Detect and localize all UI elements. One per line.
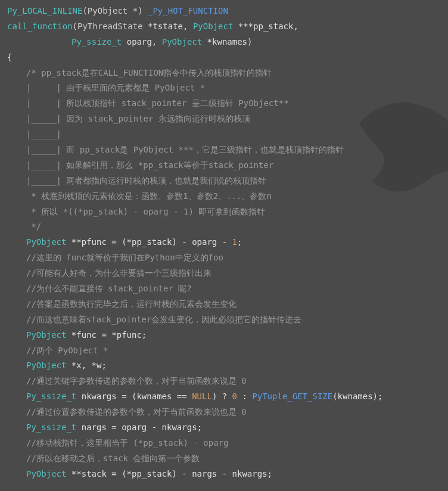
token-type: Py_ssize_t [71, 37, 127, 46]
token-type: PyObject [26, 361, 71, 370]
token: ***pp_stack, [238, 21, 298, 31]
token: (PyThreadState [73, 21, 148, 31]
token: *tstate, [148, 21, 193, 31]
token-hot: _Py_HOT_FUNCTION [148, 6, 228, 15]
comment-line: */ [7, 219, 441, 235]
comment-line: |_____| 两者都指向运行时栈的栈顶，也就是我们说的栈顶指针 [7, 173, 441, 189]
token: *func = *pfunc; [71, 330, 147, 340]
token: oparg, [127, 37, 162, 46]
token-macro: Py_LOCAL_INLINE [7, 6, 82, 15]
comment-line: |_____| [7, 127, 441, 142]
comment-line: |_____| 如果解引用，那么 *pp_stack等价于stack_point… [7, 158, 441, 173]
comment-line: |_____| 因为 stack_pointer 永远指向运行时栈的栈顶 [7, 111, 441, 127]
comment-line: //可能有人好奇，为什么非要搞一个三级指针出来 [7, 266, 441, 281]
token-func: PyTuple_GET_SIZE [252, 391, 332, 401]
comment-line: /* pp_stack是在CALL_FUNCTION指令中传入的栈顶指针的指针 [7, 66, 441, 81]
sig-line-3: Py_ssize_t oparg, PyObject *kwnames) [7, 35, 441, 50]
token-type: PyObject [26, 237, 71, 247]
token-type: Py_ssize_t [26, 391, 82, 401]
code-line-nkwargs: Py_ssize_t nkwargs = (kwnames == NULL) ?… [7, 389, 441, 405]
token: *kwnames) [207, 37, 253, 46]
code-line-pfunc: PyObject **pfunc = (*pp_stack) - oparg -… [7, 235, 441, 250]
comment-line: //通过位置参数传递的参数个数，对于当前函数来说也是 0 [7, 405, 441, 420]
token-funcname: call_function [7, 21, 73, 31]
brace-open: { [7, 50, 441, 66]
comment-line: * 所以 *((*pp_stack) - oparg - 1) 即可拿到函数指针 [7, 204, 441, 220]
token: (PyObject *) [82, 6, 148, 15]
token-type: PyObject [162, 37, 207, 46]
code-line-xw: PyObject *x, *w; [7, 358, 441, 374]
comment-line: //所以在移动之后，stack 会指向第一个参数 [7, 451, 441, 467]
comment-line: //两个 PyObject * [7, 343, 441, 359]
token-type: PyObject [193, 21, 238, 31]
token-type: Py_ssize_t [26, 422, 82, 432]
code-line-stack: PyObject **stack = (*pp_stack) - nargs -… [7, 467, 441, 482]
comment-line: * 栈底到栈顶的元素依次是：函数、参数1、参数2、...、参数n [7, 189, 441, 204]
code-line-nargs: Py_ssize_t nargs = oparg - nkwargs; [7, 420, 441, 436]
token: : [237, 391, 252, 401]
token: nargs = oparg - nkwargs; [82, 422, 202, 432]
comment-line: //移动栈指针，这里相当于 (*pp_stack) - oparg [7, 436, 441, 451]
token: (kwnames); [332, 391, 382, 401]
sig-line-1: Py_LOCAL_INLINE(PyObject *) _Py_HOT_FUNC… [7, 4, 441, 19]
token: *x, *w; [71, 361, 107, 370]
token-number: 1 [232, 237, 237, 247]
token-type: PyObject [26, 469, 71, 478]
comment-line: //这里的 func就等价于我们在Python中定义的foo [7, 250, 441, 266]
comment-line: |_____| 而 pp_stack是 PyObject ***，它是三级指针，… [7, 142, 441, 158]
code-line-func: PyObject *func = *pfunc; [7, 328, 441, 343]
token: ) ? [212, 391, 232, 401]
token: nkwargs = (kwnames == [82, 391, 192, 401]
comment-line: | | 由于栈里面的元素都是 PyObject * [7, 80, 441, 96]
token-null: NULL [192, 391, 212, 401]
token: ; [237, 237, 242, 247]
token-number: 0 [232, 391, 237, 401]
token-type: PyObject [26, 330, 71, 340]
comment-line: | | 所以栈顶指针 stack_pointer 是二级指针 PyObject*… [7, 96, 441, 111]
sig-line-2: call_function(PyThreadState *tstate, PyO… [7, 19, 441, 35]
comment-line: //而这也意味着stack_pointer会发生变化，因此必须把它的指针传进去 [7, 312, 441, 328]
token: **pfunc = (*pp_stack) - oparg - [71, 237, 232, 247]
token: **stack = (*pp_stack) - nargs - nkwargs; [71, 469, 272, 478]
comment-line: //为什么不能直接传 stack_pointer 呢? [7, 281, 441, 297]
comment-line: //答案是函数执行完毕之后，运行时栈的元素会发生变化 [7, 297, 441, 312]
comment-line: //通过关键字参数传递的参数个数，对于当前函数来说是 0 [7, 374, 441, 389]
